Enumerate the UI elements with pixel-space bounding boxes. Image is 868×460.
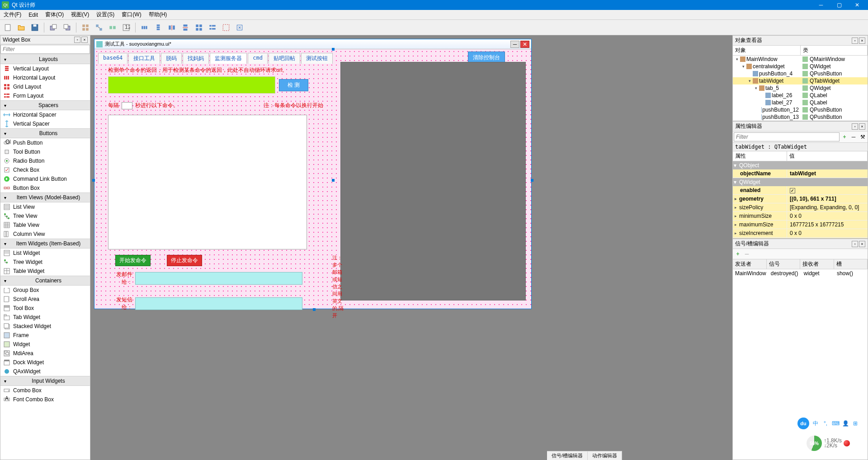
- property-group[interactable]: ▾QObject: [733, 161, 868, 169]
- baidu-icon[interactable]: du: [797, 418, 809, 429]
- widget-column-view[interactable]: Column View: [0, 230, 90, 239]
- layout-vert-splitter-button[interactable]: [179, 22, 191, 33]
- ime-user-icon[interactable]: 👤: [842, 420, 849, 427]
- close-panel-icon[interactable]: ×: [859, 241, 865, 247]
- layout-vert-button[interactable]: [152, 22, 164, 33]
- open-button[interactable]: [15, 22, 27, 33]
- net-pct-badge[interactable]: 56%: [807, 436, 822, 451]
- ime-punct-icon[interactable]: °,: [822, 420, 829, 427]
- widget-command-link[interactable]: Command Link Button: [0, 174, 90, 183]
- design-canvas[interactable]: 测试工具 - suoyouxiangmu.ui* ─ ✕ base64 接口工具…: [90, 35, 732, 460]
- widget-widget[interactable]: Widget: [0, 340, 90, 349]
- property-row[interactable]: ▸sizePolicy[Expanding, Expanding, 0, 0]: [733, 203, 868, 212]
- widget-qaxwidget[interactable]: QAxWidget: [0, 367, 90, 376]
- remove-prop-icon[interactable]: ─: [849, 133, 858, 141]
- tab-interface[interactable]: 接口工具: [128, 53, 160, 64]
- menu-window[interactable]: 窗口(W): [118, 10, 145, 19]
- widget-grid-layout[interactable]: Grid Layout: [0, 82, 90, 91]
- inspector-row[interactable]: label_26QLabel: [733, 92, 868, 99]
- edit-widgets-button[interactable]: [80, 22, 91, 33]
- ime-zh-icon[interactable]: 中: [812, 420, 819, 427]
- stop-button[interactable]: 停止发命令: [167, 255, 202, 266]
- widget-box-list[interactable]: ▾Layouts Vertical Layout Horizontal Layo…: [0, 54, 90, 460]
- menu-help[interactable]: 帮助(H): [145, 10, 171, 19]
- cat-buttons[interactable]: ▾Buttons: [0, 128, 90, 138]
- tab-test[interactable]: 测试按钮: [301, 53, 333, 64]
- widget-font-combo-box[interactable]: AFont Combo Box: [0, 395, 90, 404]
- resize-handle[interactable]: [531, 179, 533, 182]
- menu-file[interactable]: 文件(F): [0, 10, 25, 19]
- layout-form-button[interactable]: [207, 22, 218, 33]
- send-back-button[interactable]: [47, 22, 59, 33]
- tab-decode[interactable]: 脱码: [161, 53, 182, 64]
- widget-vertical-layout[interactable]: Vertical Layout: [0, 64, 90, 73]
- tab-base64[interactable]: base64: [98, 53, 127, 64]
- property-list[interactable]: ▾QObjectobjectNametabWidget▾QWidgetenabl…: [733, 161, 868, 238]
- property-group[interactable]: ▾QWidget: [733, 178, 868, 186]
- edit-taborder-button[interactable]: 12: [120, 22, 132, 33]
- resize-handle[interactable]: [332, 48, 335, 51]
- adjust-size-button[interactable]: [234, 22, 245, 33]
- inspector-row[interactable]: ▾MainWindowQMainWindow: [733, 56, 868, 63]
- inspector-row[interactable]: pushButton_12QPushButton: [733, 106, 868, 113]
- sms-input[interactable]: [135, 297, 302, 310]
- tab-tieba[interactable]: 贴吧回帖: [269, 53, 300, 64]
- detect-button[interactable]: 检 测: [279, 79, 308, 91]
- bring-front-button[interactable]: [61, 22, 73, 33]
- close-panel-icon[interactable]: ×: [859, 38, 865, 44]
- cat-layouts[interactable]: ▾Layouts: [0, 54, 90, 64]
- close-panel-icon[interactable]: ×: [859, 123, 865, 130]
- inspector-row[interactable]: ▾tabWidgetQTabWidget: [733, 77, 868, 84]
- property-row[interactable]: ▸baseSize0 x 0: [733, 238, 868, 238]
- accelerator-icon[interactable]: [844, 440, 850, 446]
- property-row[interactable]: ▸geometry[(0, 10), 661 x 711]: [733, 195, 868, 203]
- close-button[interactable]: ✕: [848, 0, 866, 10]
- float-icon[interactable]: ▫: [852, 38, 858, 44]
- add-signal-icon[interactable]: +: [734, 250, 742, 258]
- break-layout-button[interactable]: [220, 22, 232, 33]
- cat-containers[interactable]: ▾Containers: [0, 276, 90, 286]
- close-panel-icon[interactable]: ×: [81, 37, 88, 43]
- widget-list-widget[interactable]: List Widget: [0, 249, 90, 258]
- console-area[interactable]: [340, 62, 526, 300]
- widget-tab-widget[interactable]: Tab Widget: [0, 313, 90, 322]
- cat-item-widgets[interactable]: ▾Item Widgets (Item-Based): [0, 239, 90, 249]
- menu-edit[interactable]: Edit: [25, 11, 42, 19]
- add-prop-icon[interactable]: +: [840, 133, 849, 141]
- menu-view[interactable]: 视图(V): [67, 10, 93, 19]
- widget-stacked-widget[interactable]: Stacked Widget: [0, 322, 90, 331]
- float-icon[interactable]: ▫: [74, 37, 80, 43]
- form-close-icon[interactable]: ✕: [520, 41, 529, 48]
- save-button[interactable]: [29, 22, 41, 33]
- design-titlebar[interactable]: 测试工具 - suoyouxiangmu.ui* ─ ✕: [94, 39, 531, 49]
- widget-button-box[interactable]: Button Box: [0, 183, 90, 192]
- config-icon[interactable]: ⚒: [859, 133, 867, 141]
- widget-dock-widget[interactable]: Dock Widget: [0, 358, 90, 367]
- widget-box-filter[interactable]: [0, 45, 90, 54]
- signal-list[interactable]: MainWindowdestroyed()widgetshow(): [733, 269, 868, 460]
- float-icon[interactable]: ▫: [852, 241, 858, 247]
- inspector-row[interactable]: ▾tab_5QWidget: [733, 84, 868, 92]
- inspector-row[interactable]: ▾centralwidgetQWidget: [733, 63, 868, 70]
- widget-tree-widget[interactable]: Tree Widget: [0, 258, 90, 267]
- form-body[interactable]: base64 接口工具 脱码 找妈妈 监测服务器 cmd 贴吧回帖 测试按钮 清…: [94, 49, 531, 309]
- ime-grid-icon[interactable]: ⊞: [852, 420, 859, 427]
- inspector-row[interactable]: pushButton_13QPushButton: [733, 113, 868, 121]
- widget-horizontal-layout[interactable]: Horizontal Layout: [0, 73, 90, 82]
- widget-tool-button[interactable]: Tool Button: [0, 147, 90, 156]
- resize-handle[interactable]: [332, 179, 335, 182]
- widget-radio-button[interactable]: Radio Button: [0, 156, 90, 165]
- interval-input[interactable]: [122, 102, 132, 109]
- resize-handle[interactable]: [92, 179, 95, 182]
- tab-cmd[interactable]: cmd: [248, 53, 268, 64]
- edit-signals-button[interactable]: [93, 22, 105, 33]
- widget-push-button[interactable]: OKPush Button: [0, 138, 90, 147]
- widget-form-layout[interactable]: Form Layout: [0, 91, 90, 100]
- remove-signal-icon[interactable]: ─: [743, 250, 751, 258]
- property-filter[interactable]: [734, 132, 840, 141]
- url-input[interactable]: [108, 76, 275, 94]
- new-button[interactable]: [2, 22, 14, 33]
- layout-horiz-splitter-button[interactable]: [166, 22, 178, 33]
- widget-tree-view[interactable]: Tree View: [0, 211, 90, 221]
- resize-handle[interactable]: [313, 308, 316, 311]
